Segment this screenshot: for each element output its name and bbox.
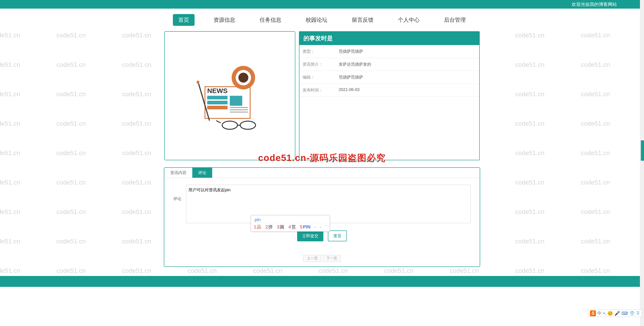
nav-profile[interactable]: 个人中心: [392, 14, 425, 26]
reset-button[interactable]: 重置: [328, 230, 347, 241]
submit-button[interactable]: 立即提交: [297, 230, 323, 241]
nav-resources[interactable]: 资源信息: [208, 14, 241, 26]
ime-next-icon[interactable]: ›: [320, 225, 321, 229]
ime-candidate-1[interactable]: 1品: [254, 224, 261, 230]
scrollbar-thumb[interactable]: [641, 140, 644, 161]
svg-point-11: [238, 73, 248, 83]
info-row-editor: 编辑： 范德萨范德萨: [300, 71, 479, 84]
tab-content[interactable]: 资讯内容: [164, 168, 192, 178]
svg-rect-3: [207, 106, 228, 109]
article-title: 的事发时是: [300, 32, 479, 45]
svg-rect-1: [207, 96, 228, 99]
comment-label: 评论: [173, 196, 182, 202]
ime-prev-icon[interactable]: ‹: [314, 225, 316, 229]
svg-rect-4: [230, 96, 242, 106]
nav-bar: 首页 资源信息 任务信息 校园论坛 留言反馈 个人中心 后台管理: [0, 9, 644, 31]
top-bar: 欢迎光临我的博客网站: [0, 0, 644, 9]
article-info-card: 的事发时是 类型： 范德萨范德萨 资讯简介： 发萨达范德萨发的 编辑： 范德萨范…: [299, 31, 480, 160]
tab-comments[interactable]: 评论: [192, 168, 212, 178]
info-label: 发布时间：: [302, 87, 339, 93]
info-row-summary: 资讯简介： 发萨达范德萨发的: [300, 58, 479, 71]
ime-dropdown-icon[interactable]: ˅: [325, 225, 327, 229]
info-row-type: 类型： 范德萨范德萨: [300, 45, 479, 58]
nav-feedback[interactable]: 留言反馈: [346, 14, 379, 26]
ime-candidate-popup[interactable]: pin 1品 2拼 3频 4贫 5PIN ‹ › ˅: [251, 215, 330, 232]
nav-tasks[interactable]: 任务信息: [254, 14, 287, 26]
info-label: 编辑：: [302, 74, 339, 80]
ime-candidate-3[interactable]: 3频: [277, 224, 284, 230]
tabs: 资讯内容 评论: [164, 168, 480, 178]
info-row-publish-time: 发布时间： 2021-06-03: [300, 84, 479, 97]
svg-point-15: [240, 121, 256, 129]
info-value: 范德萨范德萨: [339, 49, 363, 54]
footer-bar: [0, 276, 644, 287]
info-label: 资讯简介：: [302, 62, 339, 67]
svg-point-14: [222, 121, 238, 129]
welcome-text: 欢迎光临我的博客网站: [572, 1, 617, 8]
info-value: 2021-06-03: [339, 87, 360, 93]
ime-input-text: pin: [254, 217, 327, 223]
ime-candidate-5[interactable]: 5PIN: [300, 224, 310, 230]
svg-text:NEWS: NEWS: [207, 87, 228, 94]
next-page-button[interactable]: 下一页: [323, 255, 340, 262]
info-value: 范德萨范德萨: [339, 74, 363, 80]
vertical-scrollbar[interactable]: [640, 0, 644, 287]
article-image-card: NEWS: [164, 31, 295, 160]
center-watermark: code51.cn-源码乐园盗图必究: [0, 152, 644, 164]
info-label: 类型：: [302, 49, 339, 54]
ime-candidate-2[interactable]: 2拼: [265, 224, 273, 230]
nav-home[interactable]: 首页: [173, 14, 194, 26]
svg-line-17: [216, 121, 221, 123]
svg-rect-2: [207, 101, 228, 104]
pagination: 上一页 下一页: [164, 255, 480, 262]
prev-page-button[interactable]: 上一页: [304, 255, 321, 262]
news-illustration: NEWS: [184, 60, 275, 132]
info-value: 发萨达范德萨发的: [339, 62, 371, 67]
nav-admin[interactable]: 后台管理: [438, 14, 471, 26]
nav-forum[interactable]: 校园论坛: [300, 14, 333, 26]
ime-candidate-4[interactable]: 4贫: [288, 224, 296, 230]
